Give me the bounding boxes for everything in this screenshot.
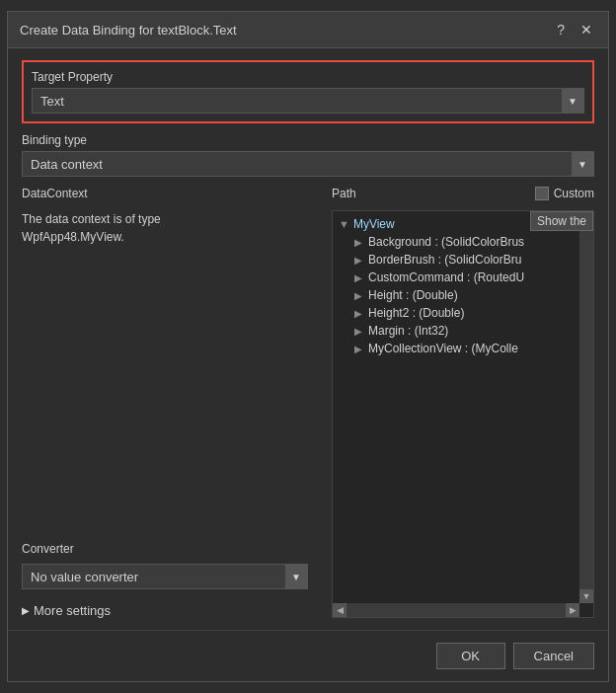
converter-value: No value converter (23, 570, 285, 584)
datacontext-section: DataContext The data context is of type … (22, 187, 318, 246)
title-bar-left: Create Data Binding for textBlock.Text (20, 23, 237, 38)
converter-dropdown[interactable]: No value converter ▼ (22, 564, 308, 589)
content-area: Target Property Text ▼ Binding type Data… (8, 48, 608, 630)
target-property-label: Target Property (32, 70, 584, 84)
path-header: Path Custom (332, 187, 594, 200)
target-property-dropdown[interactable]: Text ▼ (32, 88, 584, 114)
tree-item-arrow-6: ▶ (354, 344, 362, 354)
converter-label: Converter (22, 542, 318, 556)
custom-label: Custom (554, 187, 594, 200)
tree-item-text-5: Margin : (Int32) (368, 324, 448, 338)
tree-scrollbar-v[interactable]: ▲ ▼ (579, 211, 593, 603)
tree-item-2[interactable]: ▶ CustomCommand : (RoutedU (333, 269, 593, 286)
scroll-right-button[interactable]: ▶ (566, 603, 579, 617)
right-column: Path Custom Show the ▼ MyView (332, 187, 594, 618)
datacontext-line2: WpfApp48.MyView. (22, 230, 124, 244)
more-settings-arrow: ▶ (22, 605, 30, 616)
tree-item-arrow-3: ▶ (354, 290, 362, 301)
dialog: Create Data Binding for textBlock.Text ?… (7, 11, 609, 682)
datacontext-label: DataContext (22, 187, 318, 200)
two-column-area: DataContext The data context is of type … (22, 187, 594, 618)
more-settings-label: More settings (34, 603, 111, 618)
tree-item-arrow-0: ▶ (354, 237, 362, 248)
tree-item-text-4: Height2 : (Double) (368, 306, 464, 320)
show-the-button[interactable]: Show the (530, 211, 593, 231)
target-property-arrow[interactable]: ▼ (562, 89, 583, 113)
binding-type-section: Binding type Data context ▼ (22, 133, 594, 177)
scroll-down-button[interactable]: ▼ (579, 589, 593, 603)
tree-item-text-0: Background : (SolidColorBrus (368, 235, 524, 249)
title-bar: Create Data Binding for textBlock.Text ?… (8, 12, 608, 48)
scroll-left-button[interactable]: ◀ (333, 603, 346, 617)
cancel-button[interactable]: Cancel (513, 643, 594, 669)
tree-item-arrow-5: ▶ (354, 326, 362, 337)
tree-root-name: MyView (353, 217, 395, 231)
path-tree[interactable]: Show the ▼ MyView ▶ Background : (SolidC… (332, 210, 594, 618)
tree-inner: ▼ MyView ▶ Background : (SolidColorBrus … (333, 211, 593, 361)
tree-item-1[interactable]: ▶ BorderBrush : (SolidColorBru (333, 251, 593, 269)
tree-scrollbar-h[interactable]: ◀ ▶ (333, 603, 579, 617)
path-label: Path (332, 187, 356, 200)
target-property-section: Target Property Text ▼ (22, 60, 594, 123)
tree-item-text-6: MyCollectionView : (MyColle (368, 342, 518, 355)
binding-type-value: Data context (23, 157, 572, 172)
more-settings[interactable]: ▶ More settings (22, 603, 318, 618)
custom-checkbox[interactable] (535, 187, 549, 200)
tree-item-arrow-2: ▶ (354, 272, 362, 283)
datacontext-line1: The data context is of type (22, 212, 161, 226)
help-button[interactable]: ? (553, 20, 569, 39)
binding-type-dropdown[interactable]: Data context ▼ (22, 151, 594, 177)
tree-item-4[interactable]: ▶ Height2 : (Double) (333, 304, 593, 322)
datacontext-text: The data context is of type WpfApp48.MyV… (22, 210, 318, 246)
tree-item-3[interactable]: ▶ Height : (Double) (333, 286, 593, 304)
tree-item-5[interactable]: ▶ Margin : (Int32) (333, 322, 593, 340)
left-column: DataContext The data context is of type … (22, 187, 318, 618)
converter-section: Converter No value converter ▼ (22, 542, 318, 589)
binding-type-label: Binding type (22, 133, 594, 147)
tree-item-0[interactable]: ▶ Background : (SolidColorBrus (333, 233, 593, 251)
tree-item-text-2: CustomCommand : (RoutedU (368, 270, 524, 284)
tree-item-text-3: Height : (Double) (368, 288, 458, 302)
footer: OK Cancel (8, 630, 608, 681)
tree-item-6[interactable]: ▶ MyCollectionView : (MyColle (333, 340, 593, 357)
tree-root-collapse-icon: ▼ (339, 218, 349, 230)
tree-item-arrow-1: ▶ (354, 255, 362, 266)
custom-checkbox-area: Custom (535, 187, 594, 200)
binding-type-arrow[interactable]: ▼ (572, 152, 593, 176)
title-controls: ? ✕ (553, 20, 596, 39)
target-property-value: Text (33, 94, 562, 109)
dialog-title: Create Data Binding for textBlock.Text (20, 23, 237, 38)
close-button[interactable]: ✕ (577, 20, 596, 39)
tree-item-text-1: BorderBrush : (SolidColorBru (368, 253, 521, 267)
ok-button[interactable]: OK (436, 643, 505, 669)
tree-item-arrow-4: ▶ (354, 308, 362, 319)
converter-arrow[interactable]: ▼ (285, 565, 307, 588)
